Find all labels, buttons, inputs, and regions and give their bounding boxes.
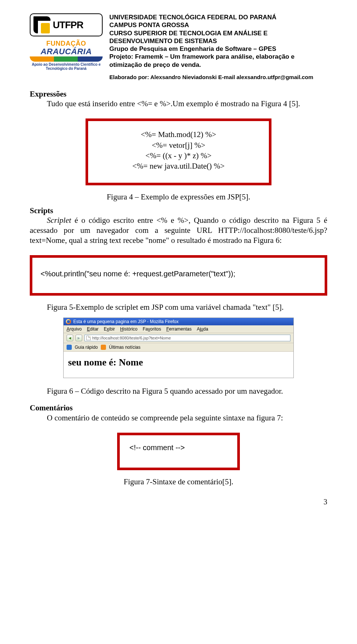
- browser-screenshot: Esta é uma pequena pagina em JSP - Mozil…: [63, 318, 294, 378]
- figure6-caption: Figura 6 – Código descrito na Figura 5 q…: [30, 386, 327, 396]
- utfpr-logo-text: UTFPR: [53, 19, 83, 31]
- menu-ferramentas[interactable]: Ferramentas: [166, 326, 192, 332]
- back-button[interactable]: ◄: [67, 335, 73, 341]
- araucaria-line1: FUNDAÇÃO: [30, 40, 103, 47]
- scripts-term: Scriplet: [47, 216, 74, 225]
- section-title-comentarios: Comentários: [30, 403, 327, 413]
- figure5-code-box: <%out.println("seu nome é: +request.getP…: [30, 255, 327, 296]
- code-line: <!-- comment -->: [126, 443, 231, 453]
- section-title-scripts: Scripts: [30, 206, 327, 216]
- page-number: 3: [30, 498, 327, 506]
- header-line: UNIVERSIDADE TECNOLÓGICA FEDERAL DO PARA…: [109, 13, 327, 21]
- araucaria-logo: FUNDAÇÃO ARAUCÁRIA Apoio ao Desenvolvime…: [30, 40, 103, 71]
- menu-ajuda[interactable]: Ajuda: [197, 326, 208, 332]
- page-icon: [86, 336, 91, 340]
- menu-historico[interactable]: Histórico: [120, 326, 138, 332]
- header-line: Grupo de Pesquisa em Engenharia de Softw…: [109, 45, 327, 53]
- url-field[interactable]: http://localhost:8080/teste/6.jsp?text=N…: [84, 335, 290, 341]
- browser-menubar: Arquivo Editar Exibir Histórico Favorito…: [64, 325, 293, 333]
- rss-icon: [101, 345, 106, 350]
- code-line: <%= vetor[j] %>: [95, 140, 262, 150]
- header-author: Elaborado por: Alexsandro Nieviadonski E…: [109, 74, 327, 81]
- browser-title: Esta é uma pequena pagina em JSP - Mozil…: [73, 319, 178, 324]
- header-line: CAMPUS PONTA GROSSA: [109, 21, 327, 29]
- araucaria-swoosh-icon: [30, 56, 103, 62]
- bookmarks-row: Guia rápido Últimas notícias: [64, 343, 293, 352]
- araucaria-line2: ARAUCÁRIA: [30, 47, 103, 56]
- figure5-caption: Figura 5-Exemplo de scriplet em JSP com …: [30, 302, 327, 312]
- browser-url-row: ◄ ► http://localhost:8080/teste/6.jsp?te…: [64, 333, 293, 343]
- logo-column: UTFPR FUNDAÇÃO ARAUCÁRIA Apoio ao Desenv…: [30, 13, 103, 71]
- utfpr-logo: UTFPR: [30, 13, 103, 36]
- header-text-block: UNIVERSIDADE TECNOLÓGICA FEDERAL DO PARA…: [109, 13, 327, 81]
- figure4-code-box: <%= Math.mod(12) %> <%= vetor[j] %> <%= …: [86, 118, 271, 185]
- figure7-code-box: <!-- comment -->: [117, 433, 240, 470]
- menu-editar[interactable]: Editar: [87, 326, 99, 332]
- code-line: <%= Math.mod(12) %>: [95, 129, 262, 140]
- browser-titlebar: Esta é uma pequena pagina em JSP - Mozil…: [64, 318, 293, 325]
- code-line: <%= new java.util.Date() %>: [95, 161, 262, 171]
- menu-exibir[interactable]: Exibir: [104, 326, 115, 332]
- bookmark-guia[interactable]: Guia rápido: [75, 345, 98, 350]
- figure4-caption: Figura 4 – Exemplo de expressões em JSP[…: [30, 192, 327, 202]
- bookmark-icon: [67, 345, 72, 350]
- section-title-expressoes: Expressões: [30, 89, 327, 99]
- header-line: Projeto: Framemk – Um framework para aná…: [109, 53, 327, 69]
- expressoes-paragraph: Tudo que está inserido entre <%= e %>.Um…: [30, 99, 327, 109]
- araucaria-sub: Apoio ao Desenvolvimento Científico e Te…: [30, 62, 103, 71]
- scripts-paragraph: Scriplet é o código escrito entre <% e %…: [30, 215, 327, 245]
- url-text: http://localhost:8080/teste/6.jsp?text=N…: [92, 336, 171, 340]
- menu-arquivo[interactable]: Arquivo: [67, 326, 82, 332]
- page-header: UTFPR FUNDAÇÃO ARAUCÁRIA Apoio ao Desenv…: [30, 13, 327, 81]
- code-line: <%= ((x - y )* z) %>: [95, 150, 262, 161]
- figure7-caption: Figura 7-Sintaxe de comentário[5].: [30, 477, 327, 487]
- scripts-text: é o código escrito entre <% e %>, Quando…: [30, 216, 327, 245]
- browser-content: seu nome é: Nome: [64, 352, 293, 378]
- utfpr-mark-icon: [33, 16, 51, 33]
- code-line: <%out.println("seu nome é: +request.getP…: [41, 269, 319, 279]
- firefox-icon: [66, 319, 71, 324]
- browser-output: seu nome é: Nome: [68, 357, 289, 368]
- menu-favoritos[interactable]: Favoritos: [143, 326, 161, 332]
- comentarios-paragraph: O comentário de conteúdo se compreende p…: [30, 413, 327, 423]
- header-line: CURSO SUPERIOR DE TECNOLOGIA EM ANÁLISE …: [109, 29, 327, 45]
- forward-button[interactable]: ►: [75, 335, 82, 341]
- bookmark-noticias[interactable]: Últimas notícias: [109, 345, 141, 350]
